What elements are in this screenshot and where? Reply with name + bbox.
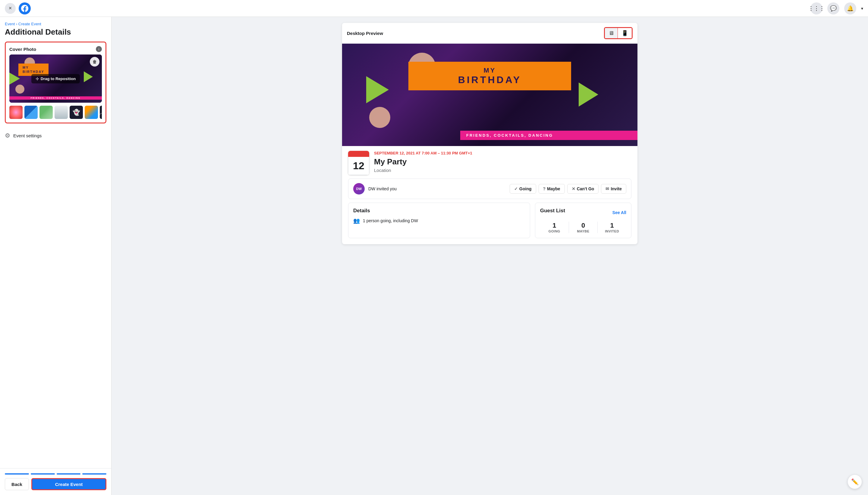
fb-icon — [21, 5, 28, 12]
messenger-icon[interactable]: 💬 — [827, 2, 839, 15]
invite-icon: ✉ — [605, 186, 609, 191]
maybe-button[interactable]: ? Maybe — [539, 184, 565, 193]
cover-preview-image: MY BIRTHDAY FRIENDS, COCKTAILS, DANCING … — [9, 54, 102, 103]
facebook-logo — [19, 2, 31, 15]
close-button[interactable]: × — [5, 3, 16, 14]
breadcrumb-event[interactable]: Event — [5, 22, 15, 26]
rsvp-invited-text: DW invited you — [368, 186, 506, 191]
invited-count-item: 1 INVITED — [597, 222, 626, 233]
move-icon: ⊹ — [36, 76, 39, 81]
hero-orange-rect: MY BIRTHDAY — [408, 62, 571, 90]
edit-fab[interactable]: ✏️ — [848, 475, 862, 489]
back-button[interactable]: Back — [5, 478, 29, 490]
cover-preview[interactable]: MY BIRTHDAY FRIENDS, COCKTAILS, DANCING … — [9, 54, 102, 103]
maybe-count-num: 0 — [573, 222, 594, 229]
sidebar-bottom: Back Create Event — [0, 468, 111, 495]
sidebar-buttons: Back Create Event — [5, 478, 107, 490]
invited-count-num: 1 — [601, 222, 623, 229]
breadcrumb-separator: › — [16, 22, 18, 26]
breadcrumb-create-event[interactable]: Create Event — [18, 22, 41, 26]
create-event-button[interactable]: Create Event — [31, 478, 107, 490]
detail-going-item: 👥 1 person going, including DW — [353, 217, 525, 224]
invite-label: Invite — [611, 186, 622, 191]
nav-right: ⋮⋮⋮ 💬 🔔 ▾ — [810, 2, 863, 15]
desktop-view-button[interactable]: 🖥 — [605, 28, 618, 38]
hero-line1: MY — [417, 67, 562, 74]
gear-icon: ⚙ — [5, 132, 10, 139]
cant-go-button[interactable]: ✕ Can't Go — [567, 184, 599, 193]
rsvp-buttons: ✓ Going ? Maybe ✕ Can't Go ✉ — [510, 184, 626, 193]
hero-pink-bar: FRIENDS, COCKTAILS, DANCING — [460, 131, 637, 140]
cant-go-label: Can't Go — [577, 186, 594, 191]
account-chevron[interactable]: ▾ — [861, 6, 863, 11]
cover-photo-label-row: Cover Photo i — [9, 46, 102, 52]
device-toggle: 🖥 📱 — [604, 27, 633, 39]
bell-icon[interactable]: 🔔 — [844, 2, 856, 15]
progress-dot-3 — [57, 473, 81, 475]
thumbnail-item-2[interactable] — [24, 106, 38, 119]
maybe-label: Maybe — [547, 186, 560, 191]
event-settings-item[interactable]: ⚙ Event settings — [0, 128, 111, 143]
maybe-icon: ? — [543, 186, 546, 191]
sidebar-header: Event › Create Event Additional Details — [0, 17, 111, 41]
guest-list-title: Guest List — [540, 208, 565, 214]
invited-count-label: INVITED — [601, 229, 623, 233]
thumbnail-item-7[interactable] — [100, 106, 102, 119]
event-settings-label: Event settings — [13, 133, 42, 138]
event-title-block: SEPTEMBER 12, 2021 AT 7:00 AM – 11:30 PM… — [374, 151, 472, 173]
thumbnail-item-1[interactable] — [9, 106, 22, 119]
grid-icon[interactable]: ⋮⋮⋮ — [810, 2, 822, 15]
invite-button[interactable]: ✉ Invite — [601, 184, 626, 193]
maybe-count-label: MAYBE — [573, 229, 594, 233]
guest-box-header: Guest List See All — [540, 208, 626, 217]
page-title: Additional Details — [5, 28, 107, 37]
going-button[interactable]: ✓ Going — [510, 184, 536, 193]
thumbnail-item-3[interactable] — [39, 106, 53, 119]
progress-dot-4 — [82, 473, 107, 475]
preview-area: Desktop Preview 🖥 📱 MY BIRTHDAY — [112, 17, 868, 495]
thumbnail-item-6[interactable] — [85, 106, 98, 119]
people-icon: 👥 — [353, 217, 360, 224]
thumbnail-item-4[interactable] — [54, 106, 68, 119]
date-badge-row: 12 SEPTEMBER 12, 2021 AT 7:00 AM – 11:30… — [348, 151, 632, 175]
hero-line2: BIRTHDAY — [417, 74, 562, 86]
guest-counts: 1 GOING 0 MAYBE 1 INVITED — [540, 222, 626, 233]
delete-photo-button[interactable]: 🗑 — [90, 57, 99, 67]
sidebar: Event › Create Event Additional Details … — [0, 17, 112, 495]
going-count-num: 1 — [544, 222, 565, 229]
see-all-link[interactable]: See All — [612, 210, 626, 215]
rsvp-avatar: DW — [353, 183, 365, 194]
hero-circle-2 — [369, 107, 390, 128]
mobile-view-button[interactable]: 📱 — [618, 28, 632, 38]
maybe-count-item: 0 MAYBE — [569, 222, 598, 233]
breadcrumb: Event › Create Event — [5, 22, 107, 26]
event-name: My Party — [374, 157, 472, 167]
top-navigation: × ⋮⋮⋮ 💬 🔔 ▾ — [0, 0, 868, 17]
progress-dot-2 — [31, 473, 55, 475]
hero-overlay: MY BIRTHDAY FRIENDS, COCKTAILS, DANCING — [342, 44, 637, 146]
thumbnail-strip: 👻 — [9, 106, 102, 119]
event-location: Location — [374, 168, 472, 173]
cover-photo-section: Cover Photo i MY BIRTHDAY FRIEND — [5, 41, 107, 123]
going-count-item: 1 GOING — [540, 222, 569, 233]
drag-reposition-label[interactable]: ⊹ Drag to Reposition — [31, 74, 80, 83]
event-info: 12 SEPTEMBER 12, 2021 AT 7:00 AM – 11:30… — [342, 151, 637, 244]
detail-going-text: 1 person going, including DW — [363, 218, 418, 223]
details-box: Details 👥 1 person going, including DW — [348, 203, 530, 238]
cover-overlay: ⊹ Drag to Reposition — [9, 54, 102, 103]
main-layout: Event › Create Event Additional Details … — [0, 17, 868, 495]
hero-green-right — [579, 83, 598, 107]
progress-dot-1 — [5, 473, 29, 475]
info-icon[interactable]: i — [96, 46, 102, 52]
date-badge-number: 12 — [348, 157, 369, 175]
thumbnail-item-5[interactable]: 👻 — [70, 106, 83, 119]
rsvp-bar: DW DW invited you ✓ Going ? Maybe ✕ — [348, 178, 632, 199]
date-badge: 12 — [348, 151, 369, 175]
progress-dots — [5, 473, 107, 475]
date-badge-top — [348, 151, 369, 157]
guest-list-box: Guest List See All 1 GOING 0 MAYBE — [535, 203, 632, 238]
preview-header: Desktop Preview 🖥 📱 — [342, 23, 637, 44]
cover-photo-label-text: Cover Photo — [9, 47, 36, 52]
event-datetime: SEPTEMBER 12, 2021 AT 7:00 AM – 11:30 PM… — [374, 151, 472, 155]
desktop-preview-label: Desktop Preview — [347, 31, 383, 36]
